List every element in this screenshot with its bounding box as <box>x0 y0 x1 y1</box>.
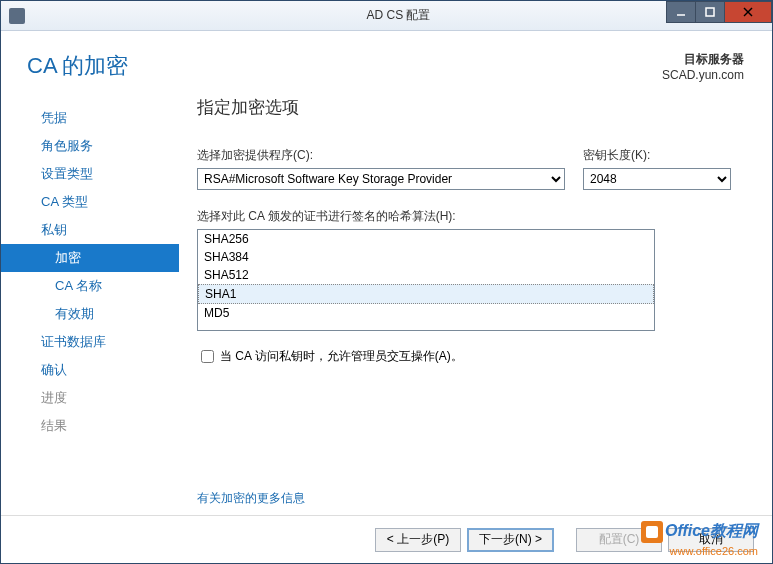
keylen-field: 密钥长度(K): 2048 <box>583 147 731 190</box>
interaction-checkbox-row: 当 CA 访问私钥时，允许管理员交互操作(A)。 <box>197 347 734 366</box>
provider-field: 选择加密提供程序(C): RSA#Microsoft Software Key … <box>197 147 565 190</box>
target-server: 目标服务器 SCAD.yun.com <box>662 51 744 82</box>
footer: < 上一步(P) 下一步(N) > 配置(C) 取消 Office教程网 www… <box>1 515 772 563</box>
more-info-link[interactable]: 有关加密的更多信息 <box>197 490 734 507</box>
app-icon <box>9 8 25 24</box>
maximize-button[interactable] <box>695 1 725 23</box>
step-11: 结果 <box>1 412 179 440</box>
hash-option-md5[interactable]: MD5 <box>198 304 654 322</box>
close-button[interactable] <box>724 1 772 23</box>
step-2[interactable]: 设置类型 <box>1 160 179 188</box>
window-controls <box>667 1 772 23</box>
interaction-checkbox-label[interactable]: 当 CA 访问私钥时，允许管理员交互操作(A)。 <box>220 348 463 365</box>
step-0[interactable]: 凭据 <box>1 104 179 132</box>
provider-row: 选择加密提供程序(C): RSA#Microsoft Software Key … <box>197 147 734 190</box>
configure-button: 配置(C) <box>576 528 662 552</box>
target-label: 目标服务器 <box>684 52 744 66</box>
minimize-button[interactable] <box>666 1 696 23</box>
step-9[interactable]: 确认 <box>1 356 179 384</box>
next-button[interactable]: 下一步(N) > <box>467 528 554 552</box>
window-title: AD CS 配置 <box>25 7 772 24</box>
hash-option-sha512[interactable]: SHA512 <box>198 266 654 284</box>
step-5[interactable]: 加密 <box>1 244 179 272</box>
prev-button[interactable]: < 上一步(P) <box>375 528 461 552</box>
window: AD CS 配置 CA 的加密 目标服务器 SCAD.yun.com 凭据角色服… <box>0 0 773 564</box>
step-4[interactable]: 私钥 <box>1 216 179 244</box>
interaction-checkbox[interactable] <box>201 350 214 363</box>
keylen-label: 密钥长度(K): <box>583 147 731 164</box>
step-10: 进度 <box>1 384 179 412</box>
step-3[interactable]: CA 类型 <box>1 188 179 216</box>
step-8[interactable]: 证书数据库 <box>1 328 179 356</box>
content: CA 的加密 目标服务器 SCAD.yun.com 凭据角色服务设置类型CA 类… <box>1 31 772 563</box>
hash-listbox[interactable]: SHA256SHA384SHA512SHA1MD5 <box>197 229 655 331</box>
hash-option-sha1[interactable]: SHA1 <box>198 284 654 304</box>
step-1[interactable]: 角色服务 <box>1 132 179 160</box>
hash-option-sha256[interactable]: SHA256 <box>198 230 654 248</box>
titlebar: AD CS 配置 <box>1 1 772 31</box>
keylen-select[interactable]: 2048 <box>583 168 731 190</box>
step-6[interactable]: CA 名称 <box>1 272 179 300</box>
target-value: SCAD.yun.com <box>662 68 744 82</box>
cancel-button[interactable]: 取消 <box>668 528 754 552</box>
provider-select[interactable]: RSA#Microsoft Software Key Storage Provi… <box>197 168 565 190</box>
page-title: CA 的加密 <box>27 51 128 82</box>
step-7[interactable]: 有效期 <box>1 300 179 328</box>
section-title: 指定加密选项 <box>197 96 734 119</box>
hash-label: 选择对此 CA 颁发的证书进行签名的哈希算法(H): <box>197 208 734 225</box>
sidebar: 凭据角色服务设置类型CA 类型私钥加密CA 名称有效期证书数据库确认进度结果 <box>1 96 179 515</box>
header: CA 的加密 目标服务器 SCAD.yun.com <box>1 31 772 86</box>
svg-rect-1 <box>706 8 714 16</box>
body: 凭据角色服务设置类型CA 类型私钥加密CA 名称有效期证书数据库确认进度结果 指… <box>1 86 772 515</box>
provider-label: 选择加密提供程序(C): <box>197 147 565 164</box>
main-panel: 指定加密选项 选择加密提供程序(C): RSA#Microsoft Softwa… <box>179 96 762 515</box>
hash-option-sha384[interactable]: SHA384 <box>198 248 654 266</box>
